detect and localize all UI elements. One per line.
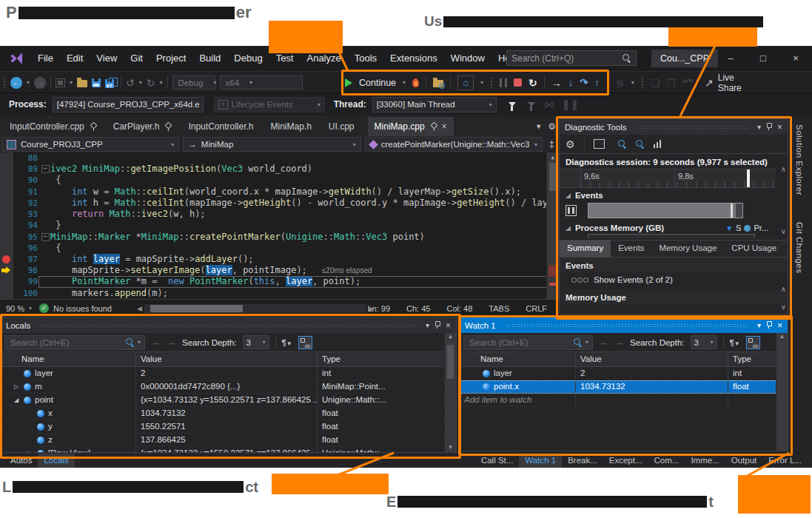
code-line[interactable]: 98 mapSprite->setLayerImage(layer, point… [0, 265, 559, 276]
column-header[interactable]: Name [460, 352, 576, 366]
variable-name[interactable]: ▷[Raw View] [1, 447, 136, 453]
variable-value[interactable]: 1034.73132 [136, 407, 318, 420]
chevron-down-icon[interactable]: ▾ [160, 79, 163, 86]
diagnostics-tab[interactable]: Summary [560, 240, 611, 257]
watch-scrollbar[interactable]: ▲ [776, 333, 788, 451]
variable-name[interactable]: point.x [460, 380, 576, 393]
code-line[interactable]: 92 int h = Math::ceilInt(mapImage->getHe… [0, 198, 559, 209]
column-header[interactable]: Name [1, 352, 136, 366]
breakpoint-margin[interactable] [0, 175, 13, 186]
chevron-down-icon[interactable]: ▾ [757, 321, 761, 329]
search-field[interactable] [468, 337, 571, 348]
gear-icon[interactable]: ⚙ [548, 121, 556, 132]
close-icon[interactable]: × [777, 122, 782, 132]
open-file-button[interactable] [77, 80, 87, 87]
expander-icon[interactable]: ◢ [13, 394, 20, 406]
member-dropdown[interactable]: createPointMarker(Unigine::Math::Vec3▾ [365, 137, 543, 152]
menu-item-build[interactable]: Build [192, 46, 227, 71]
variable-value[interactable]: {x=1034.73132 y=1550.22571 z=137.866425 … [136, 447, 318, 453]
close-icon[interactable]: × [442, 117, 447, 136]
variable-row[interactable]: layer2int [460, 367, 788, 380]
search-icon[interactable] [574, 338, 583, 347]
code-line[interactable]: 100 markers.append(m); [0, 288, 559, 299]
export-icon[interactable] [594, 139, 605, 149]
scroll-up-icon[interactable]: ▲ [547, 154, 559, 161]
split-window-icon[interactable]: ‡ [546, 137, 557, 152]
column-header[interactable]: Value [136, 352, 318, 366]
fold-icon[interactable]: − [41, 165, 50, 173]
toggle-flagged-icon[interactable]: ⋈ [544, 98, 554, 110]
tab-overflow-icon[interactable]: ▼ [535, 123, 542, 130]
chevron-down-icon[interactable]: ▾ [757, 123, 761, 131]
pin-icon[interactable] [164, 122, 171, 131]
chevron-down-icon[interactable]: ▾ [585, 339, 588, 346]
code-line[interactable]: 91 int w = Math::ceilInt(world_coord.x *… [0, 186, 559, 198]
pin-properties-icon[interactable]: ¶▼ [730, 338, 740, 347]
stop-debugging-button[interactable] [514, 78, 522, 87]
scroll-right-icon[interactable]: ▶ [369, 305, 374, 312]
bottom-tab[interactable]: Com... [648, 454, 685, 468]
breakpoint-margin[interactable] [0, 220, 13, 231]
code-line[interactable]: 93 return Math::ivec2(w, h); [0, 209, 559, 220]
maximize-button[interactable]: □ [747, 46, 779, 71]
pin-icon[interactable] [434, 321, 440, 329]
scroll-chevron-down[interactable]: ∨ [781, 227, 786, 235]
code-line[interactable]: 90 { [0, 175, 559, 186]
navigate-forward-button[interactable]: → [34, 77, 46, 89]
bottom-tab[interactable]: Output [725, 454, 763, 468]
variable-value[interactable]: 2 [576, 367, 728, 380]
solution-platform-dropdown[interactable]: x64▾ [220, 75, 303, 90]
filter-icon[interactable] [509, 102, 516, 107]
search-icon[interactable] [126, 338, 135, 347]
menu-item-debug[interactable]: Debug [227, 46, 269, 71]
close-icon[interactable]: × [777, 320, 782, 331]
menu-item-extensions[interactable]: Extensions [383, 46, 444, 71]
code-line[interactable]: 99 PointMarker *m = new PointMarker(this… [0, 276, 559, 287]
variable-row[interactable]: layer2int [1, 367, 456, 380]
thread-dropdown[interactable]: [33060] Main Thread▾ [372, 97, 497, 112]
variable-value[interactable]: 2 [136, 367, 318, 380]
comment-icon[interactable]: ❏ [651, 77, 660, 89]
scroll-left-icon[interactable]: ◀ [137, 305, 142, 312]
variable-value[interactable] [576, 394, 728, 406]
editor-vertical-scrollbar[interactable]: ▲ [546, 152, 559, 299]
hot-reload-icon[interactable] [412, 78, 419, 87]
scrollbar-thumb[interactable] [150, 305, 243, 312]
chevron-down-icon[interactable]: ▾ [27, 79, 30, 86]
new-project-button[interactable] [56, 78, 65, 87]
chevron-down-icon[interactable]: ▾ [631, 79, 634, 86]
minimize-button[interactable]: – [714, 46, 747, 71]
zoom-dropdown[interactable]: 90 %▾ [0, 304, 39, 313]
scroll-chevron-up[interactable]: ∧ [781, 285, 786, 293]
navigate-back-button[interactable]: ← [10, 77, 22, 89]
bottom-tab[interactable]: Error L... [762, 454, 808, 468]
variable-name[interactable]: z [1, 434, 136, 446]
reset-view-icon[interactable] [654, 140, 662, 148]
chevron-down-icon[interactable]: ▾ [139, 79, 142, 86]
pause-events-icon[interactable] [566, 205, 577, 216]
diagnostic-tools-titlebar[interactable]: Diagnostic Tools ▾ × [560, 119, 788, 135]
bottom-tab[interactable]: Autos [4, 454, 38, 468]
toggle-text-visualizer-icon[interactable] [746, 336, 760, 349]
toolbar-grip[interactable] [490, 77, 493, 89]
expander-icon[interactable]: ▷ [13, 380, 20, 393]
live-share-button[interactable]: Live Share [718, 73, 745, 93]
clear-filter-icon[interactable] [528, 102, 535, 107]
variable-value[interactable]: 1034.73132 [576, 380, 728, 393]
variable-row[interactable]: ▷[Raw View]{x=1034.73132 y=1550.22571 z=… [1, 447, 456, 453]
bottom-tab[interactable]: Call St... [475, 454, 519, 468]
menu-item-file[interactable]: File [31, 46, 60, 71]
add-watch-item[interactable]: Add item to watch [460, 394, 576, 406]
column-header[interactable]: Type [318, 352, 456, 366]
chevron-down-icon[interactable]: ▾ [403, 79, 406, 86]
step-over-button[interactable]: ↷ [580, 77, 588, 88]
menu-item-project[interactable]: Project [150, 46, 192, 71]
variable-row[interactable]: ◢point{x=1034.73132 y=1550.22571 z=137.8… [1, 394, 456, 407]
locals-search-input[interactable]: ▾ [4, 335, 145, 350]
step-into-button[interactable]: ↓ [568, 77, 574, 88]
chevron-down-icon[interactable]: ▾ [70, 79, 73, 86]
pin-icon[interactable] [430, 122, 437, 131]
search-prev-icon[interactable]: ← [599, 337, 608, 348]
pin-properties-icon[interactable]: ¶▼ [282, 338, 292, 347]
variable-row[interactable]: Add item to watch [460, 394, 788, 407]
